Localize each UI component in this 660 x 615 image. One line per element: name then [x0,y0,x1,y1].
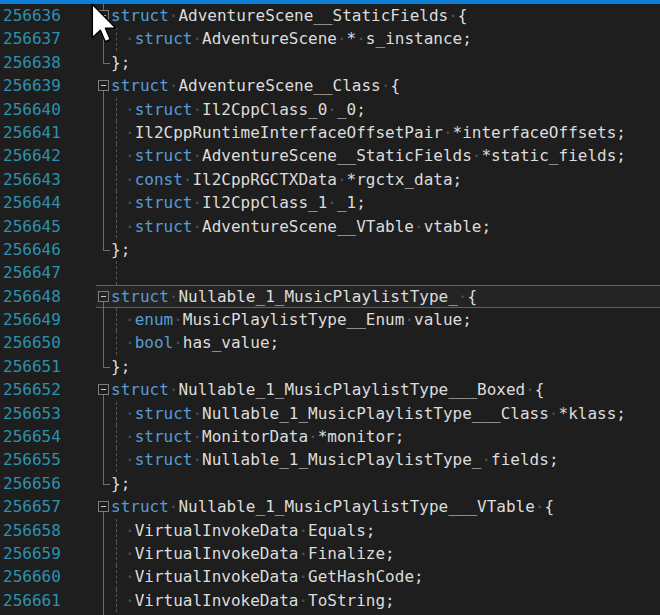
whitespace-dot: · [337,170,347,189]
code-line[interactable]: 256651}; [0,355,660,378]
code-text[interactable]: ·struct·Il2CppClass_0·_0; [111,98,660,121]
code-line[interactable]: 256638}; [0,51,660,74]
code-text[interactable]: ·struct·AdventureScene__VTable·vtable; [111,215,660,238]
indent-guide [116,121,117,144]
code-line-body: }; [96,238,660,261]
whitespace-dot: · [125,591,135,610]
code-line-body: }; [96,51,660,74]
code-text[interactable]: ·enum·MusicPlaylistType__Enum·value; [111,308,660,331]
code-line[interactable]: 256645·struct·AdventureScene__VTable·vta… [0,215,660,238]
code-text[interactable]: }; [111,472,660,495]
code-text[interactable]: ·Il2CppRuntimeInterfaceOffsetPair·*inter… [111,121,660,144]
code-line[interactable]: 256655·struct·Nullable_1_MusicPlaylistTy… [0,448,660,471]
code-line[interactable]: 256639struct·AdventureScene__Class·{ [0,74,660,97]
whitespace-dot: · [381,76,391,95]
code-line[interactable]: 256656}; [0,472,660,495]
code-token: AdventureScene__StaticFields [178,6,448,25]
whitespace-dot: · [169,76,179,95]
code-line[interactable]: 256660·VirtualInvokeData·GetHashCode; [0,565,660,588]
keyword-token: struct [135,146,193,165]
fold-rail-foot [103,367,110,368]
whitespace-dot: · [125,29,135,48]
code-token: AdventureScene__Class [178,76,380,95]
indent-guide [116,168,117,191]
current-line-highlight: struct·Nullable_1_MusicPlaylistType_·{ [96,285,660,308]
code-token: Il2CppClass_0 [202,100,327,119]
code-text[interactable]: ·struct·AdventureScene__StaticFields·*st… [111,144,660,167]
whitespace-dot: · [125,333,135,352]
code-line[interactable]: 256652struct·Nullable_1_MusicPlaylistTyp… [0,378,660,401]
code-line[interactable]: 256646}; [0,238,660,261]
code-line[interactable]: 256661·VirtualInvokeData·ToString; [0,589,660,612]
code-text[interactable]: }; [111,355,660,378]
code-line[interactable]: 256648struct·Nullable_1_MusicPlaylistTyp… [0,285,660,308]
keyword-token: struct [111,76,169,95]
code-token: Il2CppRuntimeInterfaceOffsetPair [135,123,443,142]
fold-collapse-icon[interactable] [98,501,109,512]
code-text[interactable]: ·VirtualInvokeData·Equals; [111,519,660,542]
code-area: 256636struct·AdventureScene__StaticField… [0,4,660,615]
code-line-body: }; [96,355,660,378]
line-number: 256641 [0,121,96,144]
indent-guide [116,589,117,612]
whitespace-dot: · [125,217,135,236]
code-line[interactable]: 256641·Il2CppRuntimeInterfaceOffsetPair·… [0,121,660,144]
code-text[interactable]: struct·Nullable_1_MusicPlaylistType___VT… [111,495,660,518]
code-text[interactable] [111,261,660,284]
code-text[interactable]: ·const·Il2CppRGCTXData·*rgctx_data; [111,168,660,191]
code-token: *rgctx_data; [347,170,463,189]
code-text[interactable]: ·VirtualInvokeData·GetHashCode; [111,565,660,588]
code-text[interactable]: ·struct·Nullable_1_MusicPlaylistType_·fi… [111,448,660,471]
line-number: 256637 [0,27,96,50]
code-line-body: ·const·Il2CppRGCTXData·*rgctx_data; [96,168,660,191]
code-line[interactable]: 256643·const·Il2CppRGCTXData·*rgctx_data… [0,168,660,191]
code-line[interactable]: 256647 [0,261,660,284]
fold-margin [96,495,111,518]
code-text[interactable]: ·struct·Nullable_1_MusicPlaylistType___C… [111,402,660,425]
code-text[interactable]: }; [111,51,660,74]
code-line[interactable]: 256654·struct·MonitorData·*monitor; [0,425,660,448]
fold-margin [96,542,111,565]
indent-guide [116,98,117,121]
code-line[interactable]: 256636struct·AdventureScene__StaticField… [0,4,660,27]
fold-collapse-icon[interactable] [98,291,109,302]
whitespace-dot: · [125,427,135,446]
indent-guide [116,425,117,448]
code-line[interactable]: 256659·VirtualInvokeData·Finalize; [0,542,660,565]
indent-guide [116,308,117,331]
code-line[interactable]: 256644·struct·Il2CppClass_1·_1; [0,191,660,214]
whitespace-dot: · [448,6,458,25]
code-text[interactable]: struct·Nullable_1_MusicPlaylistType_·{ [111,285,660,308]
fold-collapse-icon[interactable] [98,10,109,21]
whitespace-dot: · [298,567,308,586]
code-line[interactable]: 256653·struct·Nullable_1_MusicPlaylistTy… [0,402,660,425]
code-text[interactable]: struct·AdventureScene__StaticFields·{ [111,4,660,27]
code-text[interactable]: struct·Nullable_1_MusicPlaylistType___Bo… [111,378,660,401]
fold-rail [103,121,104,144]
code-text[interactable]: ·VirtualInvokeData·ToString; [111,589,660,612]
code-text[interactable]: ·bool·has_value; [111,331,660,354]
code-token: AdventureScene [202,29,337,48]
code-line[interactable]: 256642·struct·AdventureScene__StaticFiel… [0,144,660,167]
code-text[interactable]: ·struct·Il2CppClass_1·_1; [111,191,660,214]
code-line[interactable]: 256658·VirtualInvokeData·Equals; [0,519,660,542]
code-text[interactable]: ·struct·MonitorData·*monitor; [111,425,660,448]
code-text[interactable]: ·VirtualInvokeData·Finalize; [111,542,660,565]
fold-collapse-icon[interactable] [98,384,109,395]
whitespace-dot: · [443,123,453,142]
code-text[interactable]: struct·AdventureScene__Class·{ [111,74,660,97]
whitespace-dot: · [458,287,468,306]
code-token: s_instance; [366,29,472,48]
code-line[interactable]: 256640·struct·Il2CppClass_0·_0; [0,98,660,121]
code-line-body: ·bool·has_value; [96,331,660,354]
code-line[interactable]: 256657struct·Nullable_1_MusicPlaylistTyp… [0,495,660,518]
code-text[interactable]: ·struct·AdventureScene·*·s_instance; [111,27,660,50]
fold-collapse-icon[interactable] [98,80,109,91]
line-number: 256646 [0,238,96,261]
code-token: { [535,380,545,399]
code-text[interactable]: }; [111,238,660,261]
whitespace-dot: · [125,567,135,586]
code-line[interactable]: 256649·enum·MusicPlaylistType__Enum·valu… [0,308,660,331]
code-line[interactable]: 256650·bool·has_value; [0,331,660,354]
code-line[interactable]: 256637·struct·AdventureScene·*·s_instanc… [0,27,660,50]
